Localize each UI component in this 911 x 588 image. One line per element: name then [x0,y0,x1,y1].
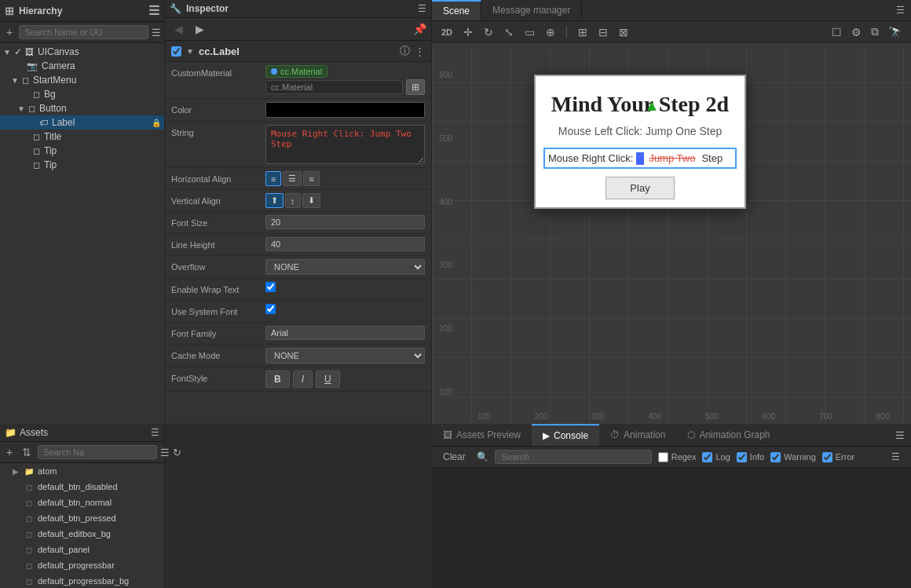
prop-label: Color [171,102,265,115]
assets-refresh-btn[interactable]: ↻ [173,447,181,458]
enable-wrap-checkbox[interactable] [265,282,276,292]
tool-right2-btn[interactable]: ⚙ [848,24,865,40]
nav-back-btn[interactable]: ◀ [170,21,188,37]
prop-value[interactable] [265,102,425,118]
align-right-btn[interactable]: ≡ [303,171,319,186]
component-enabled-checkbox[interactable] [171,46,181,57]
tool-snap-btn[interactable]: ⊞ [575,24,591,40]
italic-btn[interactable]: I [293,371,313,388]
overflow-select[interactable]: NONE CLAMP SHRINK RESIZE_HEIGHT [265,259,425,275]
hier-item-button[interactable]: ▼ ◻ Button [0,101,164,115]
underline-btn[interactable]: U [316,371,340,388]
color-picker[interactable] [265,102,425,118]
tab-console[interactable]: ▶ Console [532,424,599,446]
hier-item-uicanvas[interactable]: ▼ ✓ 🖼 UICanvas [0,45,164,59]
asset-item-progressbar[interactable]: ◻ default_progressbar [0,557,164,573]
tab-assets-preview[interactable]: 🖼 Assets Preview [432,425,532,445]
valign-bot-btn[interactable]: ⬇ [302,193,320,208]
line-height-input[interactable] [265,237,425,251]
assets-sort-btn[interactable]: ⇅ [19,444,35,460]
prop-label: Overflow [171,259,265,272]
nav-forward-btn[interactable]: ▶ [191,21,209,37]
valign-top-btn[interactable]: ⬆ [265,193,284,208]
inspector-menu-btn[interactable]: ☰ [418,3,426,14]
string-textarea[interactable]: Mouse Right Click: Jump Two Step [265,125,425,164]
hierarchy-list-btn[interactable]: ☰ [152,27,161,38]
asset-item-editbox-bg[interactable]: ◻ default_editbox_bg [0,526,164,542]
assets-search-input[interactable] [38,445,157,459]
log-checkbox[interactable] [702,452,712,462]
tool-rect-btn[interactable]: ▭ [521,24,538,40]
material-badge: cc.Material [265,65,327,78]
use-system-font-checkbox[interactable] [265,304,276,314]
info-checkbox[interactable] [737,452,747,462]
hier-item-tip1[interactable]: ◻ Tip [0,144,164,158]
console-extra-btn[interactable]: ☰ [887,450,905,464]
material-badge-label: cc.Material [280,67,322,76]
valign-mid-btn[interactable]: ↕ [285,193,301,208]
asset-label: default_editbox_bg [38,529,111,539]
tool-scale-btn[interactable]: ⤡ [501,24,517,40]
align-center-btn[interactable]: ☰ [283,171,302,186]
asset-item-btn-pressed[interactable]: ◻ default_btn_pressed [0,510,164,526]
asset-item-btn-disabled[interactable]: ◻ default_btn_disabled [0,479,164,495]
tool-right1-btn[interactable]: ☐ [829,24,845,40]
hierarchy-menu-btn[interactable]: ☰ [148,3,159,18]
bold-btn[interactable]: B [265,371,290,388]
hierarchy-search-input[interactable] [19,25,148,39]
tool-2d-btn[interactable]: 2D [438,26,456,38]
assets-list-view-btn[interactable]: ☰ [160,447,170,458]
game-play-button[interactable]: Play [606,177,674,199]
hier-checkbox[interactable]: ✓ [14,46,24,57]
font-size-input[interactable] [265,215,425,229]
tool-align-btn[interactable]: ⊟ [595,24,611,40]
tab-animation-graph[interactable]: ⬡ Animation Graph [676,425,781,445]
pin-btn[interactable]: 📌 [413,23,426,35]
scene-tab-scene[interactable]: Scene [432,0,481,20]
tool-right3-btn[interactable]: ⧉ [868,24,882,40]
cache-mode-select[interactable]: NONE BITMAP CHAR [265,348,425,363]
hier-item-startmenu[interactable]: ▼ ◻ StartMenu [0,73,164,87]
error-checkbox[interactable] [822,452,832,462]
tool-extra-btn[interactable]: ⊠ [616,24,631,40]
scene-header-menu-btn[interactable]: ☰ [890,5,911,16]
font-style-buttons: B I U [265,371,340,388]
tool-right4-btn[interactable]: 🔭 [885,24,905,40]
prop-use-system-font: Use System Font [165,301,431,323]
scene-tab-message[interactable]: Message manager [481,1,582,20]
tool-rotate-btn[interactable]: ↻ [481,24,496,40]
asset-item-progressbar-bg[interactable]: ◻ default_progressbar_bg [0,573,164,588]
hier-item-tip2[interactable]: ◻ Tip [0,158,164,172]
console-clear-btn[interactable]: Clear [438,450,470,464]
prop-value [265,304,425,314]
component-info-btn[interactable]: ⓘ [400,44,410,58]
material-select-btn[interactable]: ⊞ [406,79,425,95]
scene-canvas[interactable]: 600 500 400 300 200 100 100 200 300 400 … [432,43,911,424]
assets-menu-btn[interactable]: ☰ [151,427,159,438]
prop-value [265,326,425,340]
hier-item-label-sel[interactable]: 🏷 Label 🔒 [0,115,164,130]
asset-item-panel[interactable]: ◻ default_panel [0,542,164,557]
console-search-input[interactable] [495,450,652,464]
tool-transform-btn[interactable]: ⊕ [543,24,558,40]
tool-move-btn[interactable]: ✛ [460,24,476,40]
console-icon: ▶ [543,430,550,441]
assets-preview-icon: 🖼 [443,429,452,440]
hier-item-bg[interactable]: ◻ Bg [0,87,164,101]
bottom-tab-menu-btn[interactable]: ☰ [889,426,911,444]
prop-label: FontStyle [171,371,265,383]
warning-checkbox[interactable] [770,452,781,462]
assets-add-btn[interactable]: + [3,444,16,460]
align-left-btn[interactable]: ≡ [265,171,281,186]
game-cursor [636,152,644,165]
material-text-input[interactable] [265,80,403,94]
tab-animation[interactable]: ⏱ Animation [599,425,676,445]
font-family-input[interactable] [265,326,425,340]
regex-checkbox[interactable] [658,452,668,462]
hierarchy-add-btn[interactable]: + [3,24,16,40]
hier-item-camera[interactable]: 📷 Camera [0,59,164,73]
asset-item-atom[interactable]: ▶ 📁 atom [0,463,164,479]
component-menu-btn[interactable]: ⋮ [415,46,425,57]
hier-item-title[interactable]: ◻ Title [0,130,164,144]
asset-item-btn-normal[interactable]: ◻ default_btn_normal [0,495,164,510]
